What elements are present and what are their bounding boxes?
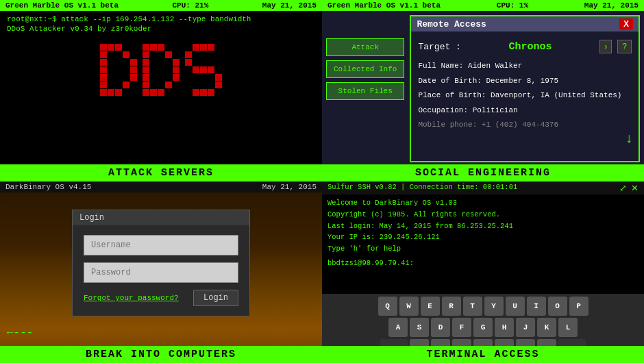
ddos-graphic [7, 37, 315, 103]
ddos-letter-s [185, 44, 222, 96]
q2-cpu-label: CPU: 1% [497, 1, 528, 10]
terminal-line-4: Your IP is: 239.245.26.121 [327, 231, 639, 243]
terminal-line-5: Type 'h' for help [327, 243, 639, 255]
key-w[interactable]: W [399, 297, 419, 316]
q1-date-label: May 21, 2015 [262, 1, 317, 10]
q4-section-label: TERMINAL ACCESS [322, 346, 644, 363]
key-d[interactable]: D [431, 318, 450, 337]
q3-os-label: DarkBinary OS v4.15 [5, 183, 91, 191]
target-next-button[interactable]: › [599, 40, 612, 53]
q3-statusbar: DarkBinary OS v4.15 May 21, 2015 [0, 182, 322, 192]
forgot-row: Forgot your password? Login [84, 290, 238, 306]
forgot-password-link[interactable]: Forgot your password? [84, 294, 179, 302]
terminal-line-2: Copyright (c) 1985. All rights reserved. [327, 209, 639, 221]
navigation-arrow: ←--- [7, 327, 33, 339]
maximize-icon[interactable]: ⤢ [619, 183, 627, 193]
key-s[interactable]: S [410, 318, 429, 337]
info-pob: Place of Birth: Davenport, IA (United St… [418, 90, 632, 101]
q1-os-label: Green Marble OS v1.1 beta [5, 1, 119, 10]
key-e[interactable]: E [421, 297, 440, 316]
username-input[interactable] [84, 235, 238, 255]
ddos-letter-d2 [143, 44, 179, 96]
key-g[interactable]: G [473, 318, 493, 337]
terminal-window: Welcome to DarkBinary OS v1.03 Copyright… [322, 195, 644, 291]
key-y[interactable]: Y [484, 297, 504, 316]
stolen-files-button[interactable]: Stolen Files [326, 82, 404, 100]
target-value: Chronos [467, 41, 594, 53]
q1-section-label: ATTACK SERVERS [0, 164, 322, 182]
key-i[interactable]: I [527, 297, 546, 316]
keyboard-row-1: Q W E R T Y U I O P [326, 297, 640, 316]
key-a[interactable]: A [388, 318, 408, 337]
remote-access-titlebar: Remote Access X [411, 16, 639, 32]
collected-info-button[interactable]: Collected Info [326, 60, 404, 78]
login-window: Login Forgot your password? Login [72, 210, 250, 316]
target-help-button[interactable]: ? [617, 40, 632, 53]
login-button[interactable]: Login [193, 290, 238, 306]
q3-date-label: May 21, 2015 [262, 183, 317, 191]
key-o[interactable]: O [548, 297, 567, 316]
scroll-down-icon: ↓ [625, 131, 633, 147]
password-input[interactable] [84, 262, 238, 283]
q1-ddos-version: DDoS Attacker v0.34 by z3r0koder [7, 25, 315, 33]
target-label: Target : [418, 42, 460, 52]
key-l[interactable]: L [558, 318, 578, 337]
close-button[interactable]: X [619, 18, 633, 29]
break-into-computers-quadrant: DarkBinary OS v4.15 May 21, 2015 Login F… [0, 182, 322, 363]
key-u[interactable]: U [506, 297, 525, 316]
key-k[interactable]: K [537, 318, 556, 337]
login-titlebar: Login [73, 210, 249, 225]
key-f[interactable]: F [452, 318, 471, 337]
info-dob: Date of Birth: December 8, 1975 [418, 75, 632, 87]
attack-servers-quadrant: Green Marble OS v1.1 beta CPU: 21% May 2… [0, 0, 322, 182]
q3-section-label: BREAK INTO COMPUTERS [0, 346, 322, 363]
close-terminal-icon[interactable]: ✕ [631, 183, 639, 193]
q2-section-label: SOCIAL ENGINEERING [322, 164, 644, 182]
ssh-status-label: Sulfur SSH v0.82 | Connection time: 00:0… [327, 183, 517, 193]
key-q[interactable]: Q [378, 297, 397, 316]
info-occupation: Occupation: Politician [418, 105, 632, 116]
key-r[interactable]: R [442, 297, 461, 316]
key-t[interactable]: T [463, 297, 482, 316]
info-mobile: Mobile phone: +1 (402) 404-4376 [418, 119, 632, 131]
terminal-line-1: Welcome to DarkBinary OS v1.03 [327, 197, 639, 209]
q2-statusbar: Green Marble OS v1.1 beta CPU: 1% May 21… [322, 0, 644, 11]
window-title: Remote Access [417, 19, 486, 29]
attack-button[interactable]: Attack [326, 38, 404, 56]
q1-statusbar: Green Marble OS v1.1 beta CPU: 21% May 2… [0, 0, 322, 11]
q1-terminal: root@nxt:~$ attack --ip 169.254.1.132 --… [0, 11, 322, 182]
terminal-line-3: Last login: May 14, 2015 from 86.253.25.… [327, 221, 639, 232]
terminal-prompt-line[interactable]: bbdtzs1@98.99.79.41: [327, 258, 639, 269]
ddos-letter-d [100, 44, 137, 96]
q2-os-label: Green Marble OS v1.1 beta [327, 1, 441, 10]
key-j[interactable]: J [516, 318, 535, 337]
terminal-access-quadrant: Sulfur SSH v0.82 | Connection time: 00:0… [322, 182, 644, 363]
key-h[interactable]: H [495, 318, 514, 337]
q2-date-label: May 21, 2015 [584, 1, 639, 10]
key-p[interactable]: P [569, 297, 589, 316]
q4-statusbar: Sulfur SSH v0.82 | Connection time: 00:0… [322, 182, 644, 195]
target-row: Target : Chronos › ? [418, 40, 632, 53]
social-engineering-quadrant: Green Marble OS v1.1 beta CPU: 1% May 21… [322, 0, 644, 182]
keyboard-row-2: A S D F G H J K L [326, 318, 640, 337]
info-full-name: Full Name: Aiden Walker [418, 60, 632, 72]
q1-command-line: root@nxt:~$ attack --ip 169.254.1.132 --… [7, 15, 315, 23]
q1-cpu-label: CPU: 21% [173, 1, 209, 10]
